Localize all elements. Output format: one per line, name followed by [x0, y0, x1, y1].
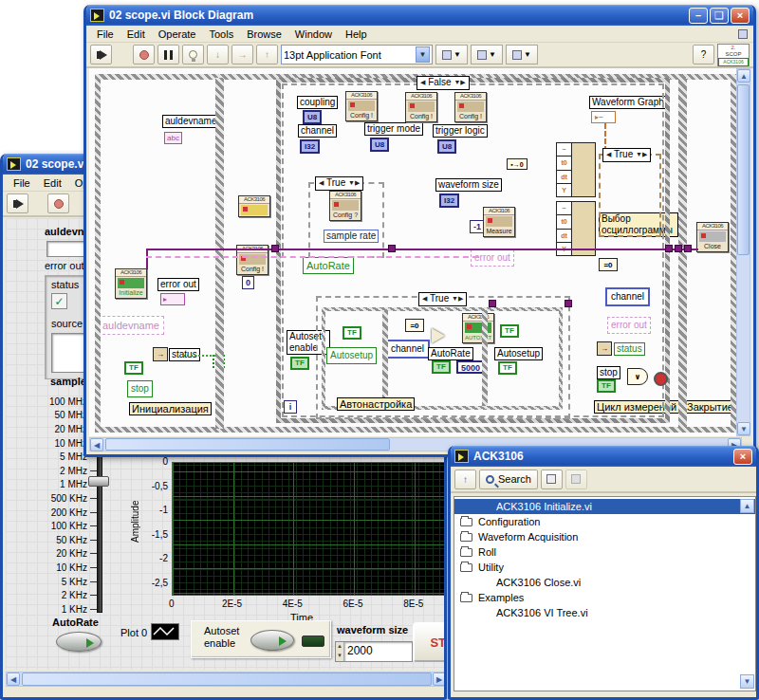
up-level-button[interactable]: ↑	[454, 470, 476, 489]
stop-button[interactable]: STOP	[413, 622, 447, 662]
step-over-button[interactable]: →	[231, 45, 253, 64]
waveform-graph-plot[interactable]	[172, 462, 445, 596]
scroll-down-icon[interactable]: ▼	[737, 422, 750, 435]
case-selector-false[interactable]: ◀ False ▼▶	[417, 76, 470, 90]
scroll-right-icon[interactable]: ▶	[433, 672, 446, 686]
menu-item[interactable]: Window	[288, 28, 339, 41]
scroll-thumb[interactable]	[737, 84, 750, 255]
minimize-button[interactable]: –	[689, 8, 708, 24]
slider-handle[interactable]	[88, 476, 109, 487]
reorder-icon	[512, 50, 522, 60]
palette-item[interactable]: ACK3106 Initialize.vi	[454, 499, 755, 514]
equal-zero-node[interactable]: =0	[405, 319, 424, 332]
waveform-size-control[interactable]: ▲▼ 2000	[335, 641, 413, 662]
scroll-down-icon[interactable]: ▼	[740, 674, 754, 689]
spinner-down-icon[interactable]: ▼	[336, 652, 343, 661]
labview-app-icon	[7, 157, 21, 171]
abort-button[interactable]	[133, 45, 155, 64]
tunnel	[684, 245, 692, 252]
run-button[interactable]	[7, 193, 28, 213]
menu-item[interactable]: Edit	[120, 28, 152, 41]
maximize-button[interactable]: ❏	[710, 8, 729, 24]
block-diagram-menubar: FileEditOperateToolsBrowseWindowHelp	[86, 26, 753, 43]
unbundle-status-node[interactable]: →	[597, 341, 612, 356]
step-into-button[interactable]: ↓	[207, 45, 229, 64]
palette-list: ACK3106 Initialize.vi Configuration Wave…	[454, 496, 756, 691]
palette-item[interactable]: Configuration	[454, 514, 755, 529]
menu-item[interactable]: Browse	[240, 28, 288, 41]
tunnel	[565, 300, 572, 307]
diagram-canvas[interactable]: ◀ False ▼▶ auldevname abc ACK3106 Initia…	[89, 68, 743, 436]
scroll-thumb[interactable]	[22, 672, 432, 686]
error-out-label: error out	[45, 260, 84, 271]
abort-icon	[54, 199, 64, 209]
menu-item[interactable]: Operate	[152, 28, 203, 41]
front-panel-hscrollbar[interactable]: ◀ ▶	[6, 672, 447, 687]
scroll-up-icon[interactable]: ▲	[740, 499, 754, 513]
abort-icon	[139, 50, 149, 60]
highlight-execution-button[interactable]	[182, 45, 204, 64]
palette-item[interactable]: Roll	[454, 544, 755, 560]
search-button[interactable]: Search	[479, 470, 538, 489]
menu-item[interactable]: Help	[339, 28, 374, 41]
palette-item[interactable]: ACK3106 VI Tree.vi	[454, 605, 755, 620]
spinner-up-icon[interactable]: ▲	[336, 642, 343, 652]
status-led[interactable]: ✓	[51, 293, 67, 309]
menu-item[interactable]: Edit	[37, 176, 68, 190]
block-diagram-vscrollbar[interactable]: ▲ ▼	[736, 68, 750, 436]
scroll-left-icon[interactable]: ◀	[90, 438, 103, 451]
autoset-enable-label: Autoset enable	[204, 625, 250, 650]
chevron-down-icon[interactable]: ▼	[416, 46, 430, 63]
help-button[interactable]: ?	[693, 45, 714, 64]
pin-palette-button[interactable]	[565, 470, 587, 489]
folder-icon	[460, 594, 472, 602]
not-gate-icon[interactable]	[432, 328, 445, 343]
palette-item[interactable]: Utility	[454, 560, 755, 575]
scroll-thumb[interactable]	[105, 438, 390, 451]
or-gate-node[interactable]: ∨	[627, 368, 648, 385]
menu-item[interactable]: Tools	[202, 28, 240, 41]
sequence-frame-divider	[678, 78, 687, 429]
vi-icon-line1: 2.	[718, 45, 749, 51]
plot-legend-sample[interactable]	[151, 623, 179, 640]
autoset-enable-toggle[interactable]	[250, 630, 294, 651]
menu-item[interactable]: File	[7, 176, 37, 190]
desktop: 02 scope.vi FileEditOperateToolsBrowseWi…	[0, 0, 759, 700]
run-button[interactable]	[90, 45, 112, 64]
build-waveform-node[interactable]: ~t0dtY	[556, 142, 596, 197]
loop-condition-terminal[interactable]	[654, 372, 668, 386]
palette-item[interactable]: ACK3106 Close.vi	[454, 575, 755, 590]
equal-zero-node[interactable]: =0	[599, 258, 618, 271]
case-selector-true[interactable]: ◀ True ▼▶	[418, 292, 467, 306]
autorate-toggle[interactable]	[56, 632, 102, 652]
font-selector[interactable]: 13pt Application Font ▼	[281, 45, 433, 64]
pause-button[interactable]	[157, 45, 179, 64]
scroll-left-icon[interactable]: ◀	[7, 672, 20, 686]
case-selector-true[interactable]: ◀ True ▼▶	[315, 176, 363, 191]
convert-node[interactable]: ▪→0	[507, 158, 528, 170]
close-button[interactable]: ×	[731, 8, 750, 24]
case-selector-true[interactable]: ◀ True ▼▶	[602, 148, 651, 162]
abort-button[interactable]	[47, 193, 69, 213]
step-out-button[interactable]: ↑	[256, 45, 278, 64]
folder-icon	[460, 518, 472, 526]
x-tick-label: 2E-5	[202, 599, 263, 609]
waveform-size-value[interactable]: 2000	[344, 642, 412, 661]
align-objects-button[interactable]: ▼	[435, 45, 468, 64]
tick-mark	[90, 512, 97, 513]
menu-item[interactable]: File	[90, 28, 120, 41]
palette-item[interactable]: Examples	[454, 590, 755, 605]
spinner-arrows[interactable]: ▲▼	[336, 642, 344, 661]
folder-icon	[460, 533, 472, 542]
block-diagram-titlebar[interactable]: 02 scope.vi Block Diagram – ❏ ×	[86, 5, 753, 26]
wire-boolean	[183, 355, 215, 357]
x-tick-label: 6E-5	[323, 599, 383, 609]
close-button[interactable]: ×	[733, 449, 752, 465]
reorder-button[interactable]: ▼	[506, 45, 538, 64]
scroll-up-icon[interactable]: ▲	[737, 69, 750, 83]
distribute-objects-button[interactable]: ▼	[471, 45, 503, 64]
palette-titlebar[interactable]: ACK3106 ×	[451, 446, 756, 467]
palette-item[interactable]: Waveform Acquisition	[454, 529, 755, 544]
view-options-button[interactable]	[541, 470, 563, 489]
unbundle-status-node[interactable]: →	[153, 347, 168, 361]
